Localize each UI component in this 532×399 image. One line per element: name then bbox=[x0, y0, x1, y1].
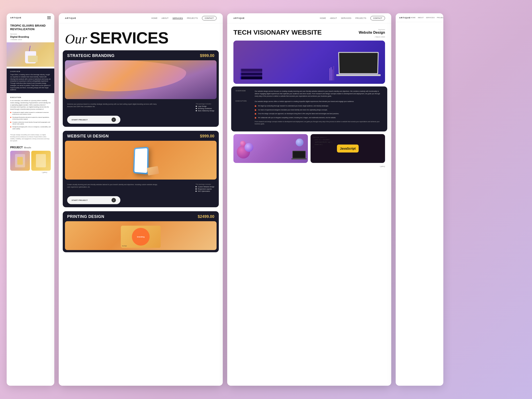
nav-services[interactable]: SERVICES bbox=[172, 17, 183, 19]
includes-dot bbox=[196, 110, 197, 111]
strategic-name: STRATEGIC BRANDING bbox=[67, 53, 115, 58]
includes-dot bbox=[196, 186, 197, 187]
overview-text: Our website design service focuses on cr… bbox=[255, 90, 383, 98]
right-card: ARTIQUE HOME ABOUT SERVICES PROJECTS CON… bbox=[227, 13, 391, 386]
execution-section: EXECUTION In our execution, we embark on… bbox=[7, 95, 54, 133]
right-service-meta: Services Website Design / March 2022 bbox=[359, 29, 385, 38]
gallery-label-right: / gallery bbox=[227, 165, 391, 168]
bullet-item-1: Conducted in-depth market research to un… bbox=[10, 112, 51, 115]
includes-dot bbox=[196, 106, 197, 107]
strategic-footer: START PROJECT › bbox=[63, 114, 219, 127]
include-item-1: Custom Website Design bbox=[196, 186, 214, 188]
printing-image: branding mockup bbox=[65, 221, 216, 250]
right-nav-home[interactable]: HOME bbox=[320, 17, 326, 19]
phone-3d-model bbox=[133, 147, 149, 174]
includes-label: This package includes: bbox=[196, 184, 214, 185]
strategic-branding-card: STRATEGIC BRANDING $999.00 Immerse your … bbox=[63, 50, 219, 127]
bullet-dot bbox=[10, 122, 11, 123]
includes-dot bbox=[196, 188, 197, 190]
bullet-dot bbox=[10, 126, 11, 127]
exec-text: We begin by conducting thorough research… bbox=[258, 105, 329, 107]
website-body: Create visually stunning and user-friend… bbox=[63, 182, 219, 194]
center-nav-links: HOME ABOUT SERVICES PROJECTS CONTACT bbox=[151, 16, 216, 20]
nav-home[interactable]: HOME bbox=[151, 17, 158, 19]
include-text: Custom Website Design bbox=[198, 186, 214, 188]
nav-about[interactable]: ABOUT bbox=[162, 17, 169, 19]
fourth-nav-projects[interactable]: PROJECTS bbox=[437, 17, 443, 18]
exec-text: Once the design concepts are approved, o… bbox=[258, 113, 339, 115]
meta-date: / March 2022 bbox=[359, 36, 385, 38]
exec-dot bbox=[255, 105, 256, 107]
website-image bbox=[65, 141, 216, 180]
website-visual bbox=[65, 141, 216, 180]
center-nav: ARTIQUE HOME ABOUT SERVICES PROJECTS CON… bbox=[59, 13, 223, 23]
execution-title: EXECUTION bbox=[10, 97, 51, 98]
service-label: Services bbox=[7, 32, 54, 35]
right-logo: ARTIQUE bbox=[234, 17, 245, 19]
gallery-images bbox=[10, 151, 51, 171]
website-ui-card: WEBSITE UI DESIGN $999.00 Create visuall… bbox=[63, 131, 219, 207]
website-includes: This package includes: Custom Website De… bbox=[196, 184, 214, 193]
start-project-button-1[interactable]: START PROJECT › bbox=[67, 116, 120, 124]
bullet-text: Created a distinctive brand identity thr… bbox=[13, 121, 51, 125]
closing-text: Through strategic storytelling and creat… bbox=[7, 133, 54, 143]
gallery-dark-img: function init() { const el = document .g… bbox=[310, 134, 385, 163]
printing-card: PRINTING DESIGN $2499.00 branding mockup bbox=[63, 211, 219, 252]
right-nav-links: HOME ABOUT SERVICES PROJECTS CONTACT bbox=[320, 16, 385, 20]
left-card-title: TROPIC ELIXIRS BRAND REVITALIZATION bbox=[7, 22, 54, 32]
overview-label: OVERVIEW bbox=[236, 90, 251, 98]
fourth-nav-home[interactable]: HOME bbox=[411, 17, 416, 18]
include-item-3: SEO Optimization bbox=[196, 190, 214, 192]
hero-our-text: Our bbox=[65, 32, 87, 46]
right-nav-projects[interactable]: PROJECTS bbox=[355, 17, 366, 19]
exec-dot bbox=[255, 113, 256, 115]
gallery-label: / gallery bbox=[10, 171, 51, 174]
strategic-price: $999.00 bbox=[200, 53, 214, 58]
service-title: Digital Branding bbox=[7, 35, 54, 38]
strategic-body: Immerse your precious brand in a monthly… bbox=[63, 101, 219, 114]
right-nav-services[interactable]: SERVICES bbox=[341, 17, 351, 19]
arrow-icon: › bbox=[112, 117, 116, 122]
left-card: ARTIQUE TROPIC ELIXIRS BRAND REVITALIZAT… bbox=[7, 13, 54, 386]
fourth-nav-services[interactable]: SERVICES bbox=[426, 17, 435, 18]
website-footer: START PROJECT › bbox=[63, 194, 219, 207]
bullet-item-4: Designed packaging with a focus on elega… bbox=[10, 126, 51, 130]
right-nav-contact-button[interactable]: CONTACT bbox=[370, 16, 385, 20]
fourth-nav: ARTIQUE HOME ABOUT SERVICES PROJECTS CON… bbox=[396, 13, 443, 22]
start-project-label: START PROJECT bbox=[72, 119, 88, 121]
right-overview-card: OVERVIEW Our website design service focu… bbox=[231, 86, 387, 132]
bullet-text: Developed illustrative elements inspired… bbox=[13, 116, 51, 120]
nav-contact-button[interactable]: CONTACT bbox=[202, 16, 216, 20]
nav-projects[interactable]: PROJECTS bbox=[187, 17, 198, 19]
center-logo: ARTIQUE bbox=[65, 17, 76, 19]
gallery-image-2 bbox=[31, 151, 51, 171]
right-nav-about[interactable]: ABOUT bbox=[330, 17, 337, 19]
include-text: Logo Design bbox=[198, 106, 207, 107]
drink-illustration bbox=[23, 46, 38, 63]
start-project-button-2[interactable]: START PROJECT › bbox=[67, 196, 120, 204]
hamburger-icon[interactable] bbox=[47, 16, 51, 19]
overview-section: OVERVIEW Tropic Elixirs, a leading name … bbox=[7, 69, 54, 93]
purple-balls-visual bbox=[234, 134, 308, 163]
includes-label: This package includes: bbox=[196, 103, 214, 105]
right-page-title: TECH VISIONARY WEBSITE bbox=[234, 29, 359, 36]
execution-summary: Our website design service offers a holi… bbox=[255, 100, 383, 103]
right-hero-image bbox=[234, 41, 385, 84]
fourth-nav-about[interactable]: ABOUT bbox=[418, 17, 424, 18]
right-nav: ARTIQUE HOME ABOUT SERVICES PROJECTS CON… bbox=[227, 13, 391, 23]
bullet-dot bbox=[10, 112, 11, 113]
fourth-logo: ARTIQUE bbox=[399, 17, 411, 19]
right-closing-text: From research and design concept creatio… bbox=[255, 120, 383, 125]
execution-row: EXECUTION Our website design service off… bbox=[236, 100, 383, 125]
center-card: ARTIQUE HOME ABOUT SERVICES PROJECTS CON… bbox=[59, 13, 223, 386]
includes-dot bbox=[196, 191, 197, 192]
printing-visual: branding mockup bbox=[65, 221, 216, 250]
execution-content: Our website design service offers a holi… bbox=[255, 100, 383, 125]
right-gallery: function init() { const el = document .g… bbox=[234, 134, 385, 163]
fourth-card: ARTIQUE HOME ABOUT SERVICES PROJECTS CON… bbox=[396, 13, 443, 386]
left-card-header: ARTIQUE bbox=[7, 13, 54, 22]
exec-bullet-2: Our team of experienced designers transl… bbox=[255, 109, 383, 111]
overview-text: Tropic Elixirs, a leading name in the be… bbox=[10, 74, 51, 91]
bullet-item-3: Created a distinctive brand identity thr… bbox=[10, 121, 51, 125]
include-text: Basic Stationery Design bbox=[198, 110, 214, 112]
